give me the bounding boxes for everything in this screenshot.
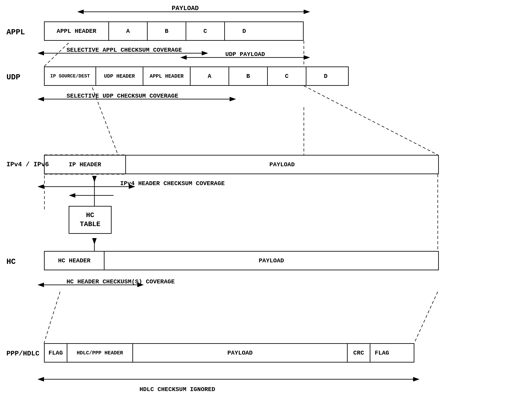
ipv4-payload-cell: PAYLOAD <box>126 156 438 173</box>
ip-header-cell: IP HEADER <box>45 156 126 173</box>
ppp-crc-cell: CRC <box>348 344 370 362</box>
ppp-flag1-cell: FLAG <box>45 344 67 362</box>
udp-d-cell: D <box>306 67 345 85</box>
ppp-row: FLAG HDLC/PPP HEADER PAYLOAD CRC FLAG <box>44 343 414 362</box>
udp-ipsource-cell: IP SOURCE/DEST <box>45 67 96 85</box>
appl-row: APPL HEADER A B C D <box>44 22 304 41</box>
selective-appl-annotation: SELECTIVE APPL CHECKSUM COVERAGE <box>67 47 182 53</box>
udp-label: UDP <box>7 73 20 82</box>
svg-line-21 <box>44 292 60 343</box>
appl-b-cell: B <box>148 22 186 40</box>
appl-d-cell: D <box>225 22 264 40</box>
ppp-payload-cell: PAYLOAD <box>133 344 348 362</box>
udp-payload-annotation: UDP PAYLOAD <box>225 51 265 58</box>
udp-row: IP SOURCE/DEST UDP HEADER APPL HEADER A … <box>44 67 349 86</box>
udp-c-cell: C <box>268 67 306 85</box>
hc-label: HC <box>7 257 16 266</box>
udp-header-cell: UDP HEADER <box>96 67 143 85</box>
appl-label: APPL <box>7 28 25 37</box>
ipv4-label: IPv4 / IPv6 <box>7 161 49 168</box>
appl-a-cell: A <box>109 22 148 40</box>
udp-applheader-cell: APPL HEADER <box>143 67 190 85</box>
hc-payload-cell: PAYLOAD <box>105 252 438 270</box>
payload-top-annotation: PAYLOAD <box>172 5 199 12</box>
appl-c-cell: C <box>186 22 225 40</box>
ppp-header-cell: HDLC/PPP HEADER <box>67 344 133 362</box>
appl-header-cell: APPL HEADER <box>45 22 109 40</box>
ipv4-checksum-annotation: IPv4 HEADER CHECKSUM COVERAGE <box>120 180 225 187</box>
selective-udp-annotation: SELECTIVE UDP CHECKSUM COVERAGE <box>67 93 178 99</box>
ppp-label: PPP/HDLC <box>7 350 39 358</box>
hc-table-box: HC TABLE <box>69 206 112 234</box>
hc-header-cell: HC HEADER <box>45 252 105 270</box>
ppp-flag2-cell: FLAG <box>370 344 394 362</box>
hdlc-checksum-annotation: HDLC CHECKSUM IGNORED <box>139 386 215 393</box>
hc-row: HC HEADER PAYLOAD <box>44 251 439 270</box>
udp-b-cell: B <box>229 67 268 85</box>
ipv4-row: IP HEADER PAYLOAD <box>44 155 439 174</box>
svg-line-22 <box>414 292 438 343</box>
udp-a-cell: A <box>190 67 229 85</box>
hc-checksum-annotation: HC HEADER CHECKUSM(S) COVERAGE <box>67 278 175 285</box>
svg-line-12 <box>304 86 438 155</box>
svg-line-11 <box>44 43 69 67</box>
